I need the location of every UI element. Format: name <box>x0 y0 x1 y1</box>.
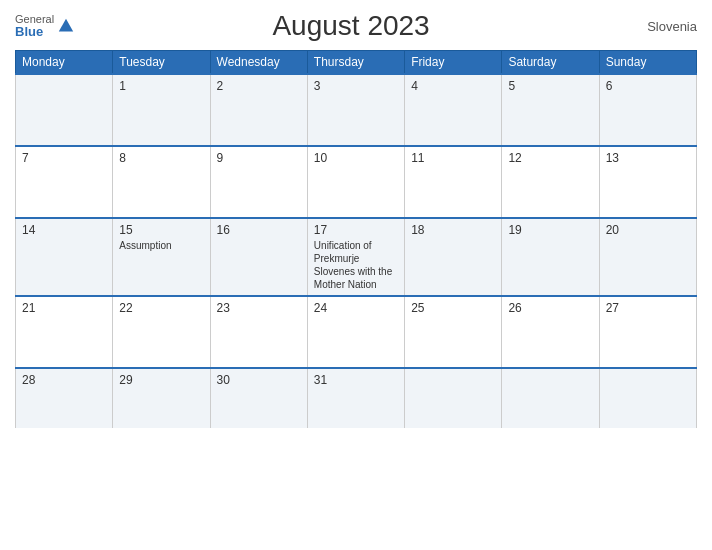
logo-flag-icon <box>57 17 75 35</box>
weekday-header-tuesday: Tuesday <box>113 51 210 75</box>
logo: General Blue <box>15 13 75 39</box>
weekday-header-friday: Friday <box>405 51 502 75</box>
calendar-header: General Blue August 2023 Slovenia <box>15 10 697 42</box>
day-number: 19 <box>508 223 592 237</box>
calendar-cell: 21 <box>16 296 113 368</box>
day-number: 20 <box>606 223 690 237</box>
day-number: 26 <box>508 301 592 315</box>
day-number: 15 <box>119 223 203 237</box>
calendar-cell: 18 <box>405 218 502 296</box>
day-number: 24 <box>314 301 398 315</box>
calendar-cell: 30 <box>210 368 307 428</box>
day-number: 13 <box>606 151 690 165</box>
weekday-header-saturday: Saturday <box>502 51 599 75</box>
day-number: 17 <box>314 223 398 237</box>
day-number: 7 <box>22 151 106 165</box>
event-text: Assumption <box>119 239 203 252</box>
weekday-header-sunday: Sunday <box>599 51 696 75</box>
day-number: 12 <box>508 151 592 165</box>
calendar-cell: 24 <box>307 296 404 368</box>
calendar-cell: 14 <box>16 218 113 296</box>
calendar-cell: 23 <box>210 296 307 368</box>
calendar-week-row: 21222324252627 <box>16 296 697 368</box>
calendar-cell: 25 <box>405 296 502 368</box>
day-number: 16 <box>217 223 301 237</box>
calendar-cell: 7 <box>16 146 113 218</box>
calendar-week-row: 123456 <box>16 74 697 146</box>
svg-marker-0 <box>59 19 73 32</box>
calendar-cell: 26 <box>502 296 599 368</box>
calendar-cell: 22 <box>113 296 210 368</box>
day-number: 6 <box>606 79 690 93</box>
day-number: 29 <box>119 373 203 387</box>
calendar-cell <box>405 368 502 428</box>
calendar-page: General Blue August 2023 Slovenia Monday… <box>0 0 712 550</box>
calendar-cell: 15Assumption <box>113 218 210 296</box>
calendar-cell <box>16 74 113 146</box>
day-number: 3 <box>314 79 398 93</box>
calendar-title: August 2023 <box>75 10 627 42</box>
country-label: Slovenia <box>627 19 697 34</box>
calendar-header-row: MondayTuesdayWednesdayThursdayFridaySatu… <box>16 51 697 75</box>
calendar-cell: 8 <box>113 146 210 218</box>
weekday-header-wednesday: Wednesday <box>210 51 307 75</box>
calendar-cell: 20 <box>599 218 696 296</box>
calendar-cell: 9 <box>210 146 307 218</box>
calendar-cell <box>502 368 599 428</box>
day-number: 22 <box>119 301 203 315</box>
day-number: 2 <box>217 79 301 93</box>
calendar-table: MondayTuesdayWednesdayThursdayFridaySatu… <box>15 50 697 428</box>
calendar-cell: 19 <box>502 218 599 296</box>
day-number: 8 <box>119 151 203 165</box>
calendar-week-row: 28293031 <box>16 368 697 428</box>
day-number: 23 <box>217 301 301 315</box>
calendar-cell: 10 <box>307 146 404 218</box>
calendar-cell: 12 <box>502 146 599 218</box>
day-number: 1 <box>119 79 203 93</box>
weekday-header-thursday: Thursday <box>307 51 404 75</box>
day-number: 9 <box>217 151 301 165</box>
calendar-cell: 17Unification of Prekmurje Slovenes with… <box>307 218 404 296</box>
calendar-cell: 27 <box>599 296 696 368</box>
calendar-cell: 3 <box>307 74 404 146</box>
day-number: 4 <box>411 79 495 93</box>
calendar-cell: 6 <box>599 74 696 146</box>
day-number: 28 <box>22 373 106 387</box>
day-number: 18 <box>411 223 495 237</box>
event-text: Unification of Prekmurje Slovenes with t… <box>314 239 398 291</box>
day-number: 10 <box>314 151 398 165</box>
calendar-cell: 11 <box>405 146 502 218</box>
day-number: 21 <box>22 301 106 315</box>
calendar-cell: 2 <box>210 74 307 146</box>
calendar-cell: 5 <box>502 74 599 146</box>
logo-blue-text: Blue <box>15 25 54 39</box>
calendar-cell: 1 <box>113 74 210 146</box>
day-number: 27 <box>606 301 690 315</box>
calendar-cell: 13 <box>599 146 696 218</box>
day-number: 31 <box>314 373 398 387</box>
day-number: 30 <box>217 373 301 387</box>
calendar-week-row: 1415Assumption1617Unification of Prekmur… <box>16 218 697 296</box>
day-number: 11 <box>411 151 495 165</box>
day-number: 5 <box>508 79 592 93</box>
calendar-cell: 4 <box>405 74 502 146</box>
calendar-cell: 16 <box>210 218 307 296</box>
calendar-week-row: 78910111213 <box>16 146 697 218</box>
calendar-cell: 31 <box>307 368 404 428</box>
calendar-cell: 28 <box>16 368 113 428</box>
day-number: 25 <box>411 301 495 315</box>
day-number: 14 <box>22 223 106 237</box>
calendar-cell: 29 <box>113 368 210 428</box>
calendar-body: 123456789101112131415Assumption1617Unifi… <box>16 74 697 428</box>
weekday-header-monday: Monday <box>16 51 113 75</box>
calendar-cell <box>599 368 696 428</box>
